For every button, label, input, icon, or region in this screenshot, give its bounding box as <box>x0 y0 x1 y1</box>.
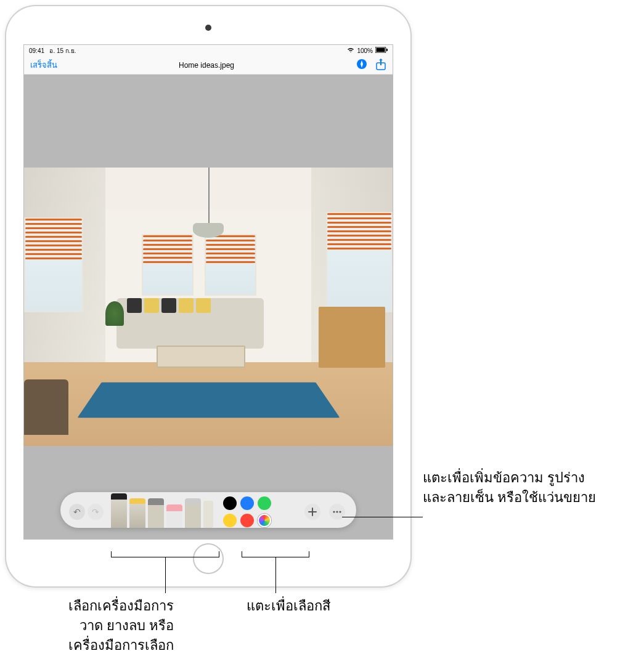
done-button[interactable]: เสร็จสิ้น <box>30 59 57 71</box>
bracket-tools <box>111 551 219 557</box>
color-black[interactable] <box>223 496 237 510</box>
leader-line-add <box>342 517 423 517</box>
ruler-tool[interactable] <box>203 501 213 528</box>
photo-viewer[interactable] <box>24 168 393 446</box>
photo-window-2 <box>142 234 194 295</box>
photo-pillows <box>127 298 211 313</box>
battery-icon <box>375 47 388 54</box>
leader-line-tools <box>165 557 166 593</box>
redo-button[interactable]: ↷ <box>88 504 104 520</box>
tool-group <box>110 493 214 528</box>
markup-drawing-2 <box>143 235 192 265</box>
add-button[interactable] <box>304 504 320 520</box>
share-icon[interactable] <box>375 58 386 72</box>
photo-chair <box>24 379 68 435</box>
svg-point-7 <box>339 511 341 512</box>
svg-point-5 <box>333 511 335 512</box>
status-time: 09:41 <box>29 47 44 54</box>
svg-rect-1 <box>377 48 385 52</box>
toolbar-end <box>304 504 348 520</box>
callout-colors: แตะเพื่อเลือกสี <box>247 596 330 616</box>
svg-point-6 <box>336 511 338 512</box>
more-button[interactable] <box>329 504 345 520</box>
screen: 09:41 อ. 15 ก.ย. 100% เสร็จสิ้น Home ide… <box>23 44 393 540</box>
eraser-tool[interactable] <box>166 504 182 528</box>
home-button[interactable] <box>193 543 224 574</box>
status-right: 100% <box>347 47 388 54</box>
pen-tool[interactable] <box>111 493 127 528</box>
marker-tool[interactable] <box>129 498 145 528</box>
photo-plant <box>105 301 124 326</box>
svg-rect-2 <box>386 49 388 51</box>
page-title: Home ideas.jpeg <box>179 61 234 70</box>
photo-table <box>157 346 245 368</box>
color-yellow[interactable] <box>223 514 237 527</box>
battery-text: 100% <box>357 47 373 54</box>
color-red[interactable] <box>240 514 254 527</box>
photo-window-1 <box>24 217 83 312</box>
status-bar: 09:41 อ. 15 ก.ย. 100% <box>24 45 393 56</box>
status-date: อ. 15 ก.ย. <box>49 47 76 54</box>
photo-lamp-cord <box>208 168 210 223</box>
photo-lamp <box>193 223 224 238</box>
lasso-tool[interactable] <box>185 498 201 528</box>
bracket-colors <box>242 551 309 557</box>
photo-window-3 <box>205 234 256 295</box>
color-group <box>223 496 271 527</box>
color-green[interactable] <box>258 496 271 510</box>
nav-right <box>356 58 386 72</box>
content-area <box>24 75 393 539</box>
callout-add: แตะเพื่อเพิ่มข้อความ รูปร่าง และลายเซ็น … <box>423 468 596 508</box>
photo-dresser <box>319 307 385 368</box>
ipad-camera <box>205 25 211 31</box>
color-picker-icon[interactable] <box>258 514 271 527</box>
markup-drawing-3 <box>206 235 255 265</box>
pencil-tool[interactable] <box>148 498 164 528</box>
markup-toggle-icon[interactable] <box>356 58 368 72</box>
color-blue[interactable] <box>240 496 254 510</box>
leader-line-colors <box>275 557 276 593</box>
ipad-frame: 09:41 อ. 15 ก.ย. 100% เสร็จสิ้น Home ide… <box>6 6 410 586</box>
photo-window-4 <box>326 212 393 312</box>
undo-button[interactable]: ↶ <box>69 504 85 520</box>
markup-toolbar: ↶ ↷ <box>60 492 356 528</box>
markup-drawing-1 <box>25 219 82 262</box>
status-left: 09:41 อ. 15 ก.ย. <box>29 46 76 55</box>
photo-rug <box>77 383 340 418</box>
wifi-icon <box>347 47 354 54</box>
markup-drawing-4 <box>327 213 391 252</box>
nav-bar: เสร็จสิ้น Home ideas.jpeg <box>24 56 393 75</box>
callout-tools: เลือกเครื่องมือการ วาด ยางลบ หรือ เครื่อ… <box>14 596 174 655</box>
